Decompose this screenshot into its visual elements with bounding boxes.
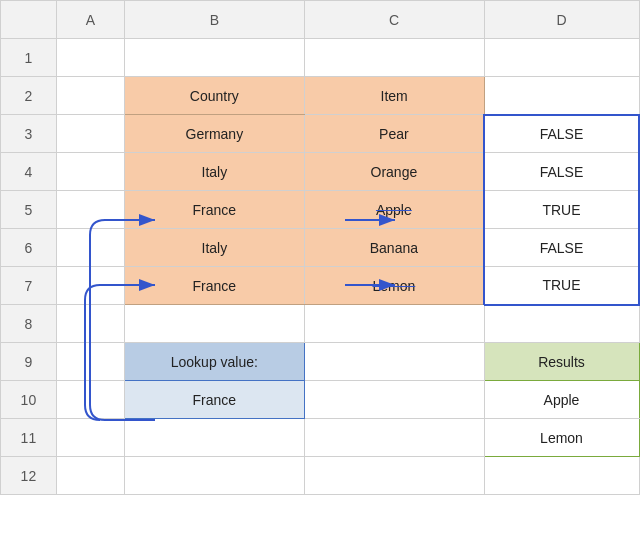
- cell-c7: Lemon: [304, 267, 484, 305]
- cell-a2: [56, 77, 124, 115]
- cell-a12: [56, 457, 124, 495]
- cell-a1: [56, 39, 124, 77]
- cell-c4: Orange: [304, 153, 484, 191]
- cell-d12: [484, 457, 639, 495]
- cell-a6: [56, 229, 124, 267]
- row-num-4: 4: [1, 153, 57, 191]
- cell-d6: FALSE: [484, 229, 639, 267]
- header-country: Country: [124, 77, 304, 115]
- row-num-1: 1: [1, 39, 57, 77]
- cell-a7: [56, 267, 124, 305]
- cell-b11: [124, 419, 304, 457]
- cell-a3: [56, 115, 124, 153]
- spreadsheet: { "header": { "row_label": "", "col_a": …: [0, 0, 640, 547]
- row-num-11: 11: [1, 419, 57, 457]
- cell-b4: Italy: [124, 153, 304, 191]
- corner-cell: [1, 1, 57, 39]
- row-num-12: 12: [1, 457, 57, 495]
- cell-c6: Banana: [304, 229, 484, 267]
- cell-a10: [56, 381, 124, 419]
- cell-a9: [56, 343, 124, 381]
- col-header-c: C: [304, 1, 484, 39]
- cell-d7: TRUE: [484, 267, 639, 305]
- results-header: Results: [484, 343, 639, 381]
- col-header-b: B: [124, 1, 304, 39]
- cell-b8: [124, 305, 304, 343]
- results-lemon: Lemon: [484, 419, 639, 457]
- cell-c5: Apple: [304, 191, 484, 229]
- row-num-6: 6: [1, 229, 57, 267]
- row-num-10: 10: [1, 381, 57, 419]
- cell-d4: FALSE: [484, 153, 639, 191]
- cell-c9: [304, 343, 484, 381]
- cell-d1: [484, 39, 639, 77]
- cell-a8: [56, 305, 124, 343]
- header-item: Item: [304, 77, 484, 115]
- cell-a4: [56, 153, 124, 191]
- item-lemon-strikethrough: Lemon: [372, 278, 415, 294]
- cell-b7: France: [124, 267, 304, 305]
- spreadsheet-grid: A B C D 1 2 Country Item: [0, 0, 640, 495]
- row-num-8: 8: [1, 305, 57, 343]
- cell-a5: [56, 191, 124, 229]
- cell-b12: [124, 457, 304, 495]
- cell-b1: [124, 39, 304, 77]
- cell-a11: [56, 419, 124, 457]
- cell-d5: TRUE: [484, 191, 639, 229]
- row-num-7: 7: [1, 267, 57, 305]
- lookup-value: France: [124, 381, 304, 419]
- row-num-3: 3: [1, 115, 57, 153]
- cell-b6: Italy: [124, 229, 304, 267]
- results-apple: Apple: [484, 381, 639, 419]
- cell-c12: [304, 457, 484, 495]
- cell-d3: FALSE: [484, 115, 639, 153]
- cell-c8: [304, 305, 484, 343]
- cell-c3: Pear: [304, 115, 484, 153]
- row-num-5: 5: [1, 191, 57, 229]
- cell-c10: [304, 381, 484, 419]
- cell-c11: [304, 419, 484, 457]
- cell-c1: [304, 39, 484, 77]
- row-num-2: 2: [1, 77, 57, 115]
- cell-d8: [484, 305, 639, 343]
- cell-d2: [484, 77, 639, 115]
- col-header-a: A: [56, 1, 124, 39]
- lookup-header: Lookup value:: [124, 343, 304, 381]
- row-num-9: 9: [1, 343, 57, 381]
- col-header-d: D: [484, 1, 639, 39]
- cell-b5: France: [124, 191, 304, 229]
- item-apple-strikethrough: Apple: [376, 202, 412, 218]
- cell-b3: Germany: [124, 115, 304, 153]
